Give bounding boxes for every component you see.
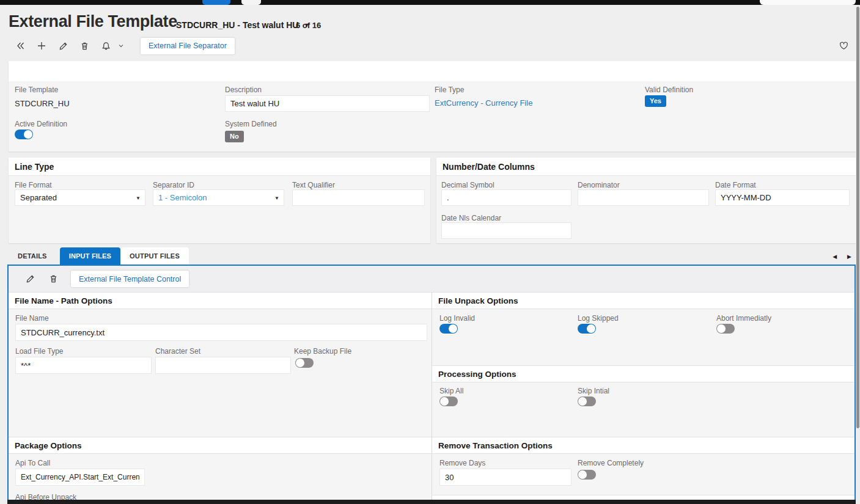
external-file-template-control-button[interactable]: External File Template Control (71, 271, 189, 287)
record-position: 6 of 16 (296, 21, 321, 30)
left-column: File Name - Path Options File Name Load … (9, 292, 432, 504)
tab-details[interactable]: DETAILS (9, 247, 56, 265)
input-files-panel: External File Template Control File Name… (7, 265, 856, 504)
system-defined-badge: No (225, 131, 244, 142)
description-label: Description (225, 86, 262, 94)
more-options-icon[interactable] (117, 39, 125, 53)
decimal-symbol-input[interactable] (441, 189, 571, 206)
file-name-path-options-title: File Name - Path Options (9, 292, 432, 309)
delete-icon[interactable] (78, 39, 91, 53)
denominator-input[interactable] (578, 189, 709, 206)
file-format-select[interactable]: Separated (15, 189, 145, 206)
system-defined-label: System Defined (225, 120, 277, 128)
bottom-edge-bar (7, 500, 856, 504)
valid-definition-badge: Yes (645, 95, 666, 107)
active-definition-toggle[interactable] (15, 130, 33, 139)
keep-backup-file-toggle[interactable] (295, 358, 314, 368)
abort-immediatly-label: Abort Immediatly (716, 314, 771, 323)
skip-all-toggle[interactable] (439, 396, 458, 406)
vertical-scrollbar[interactable] (856, 5, 860, 504)
character-set-input[interactable] (155, 357, 291, 374)
date-nls-calendar-input[interactable] (441, 222, 571, 239)
main-toolbar: External File Separator (13, 37, 235, 54)
skip-intial-toggle[interactable] (578, 396, 596, 406)
browser-toolbar-box (760, 0, 856, 5)
file-type-link[interactable]: ExtCurrency - Currency File (435, 98, 532, 108)
file-format-value: Separated (20, 193, 57, 202)
active-definition-label: Active Definition (15, 120, 67, 128)
api-to-call-input[interactable] (15, 469, 145, 486)
tab-scroll-left-icon[interactable]: ◀ (832, 252, 837, 261)
edit-row-icon[interactable] (23, 272, 37, 286)
external-file-separator-button[interactable]: External File Separator (141, 38, 235, 54)
panel-toolbar: External File Template Control (9, 266, 854, 292)
remove-completely-label: Remove Completely (578, 459, 644, 467)
date-format-input[interactable] (715, 189, 850, 206)
processing-options-title: Processing Options (432, 365, 854, 382)
favorite-heart-icon[interactable] (839, 41, 850, 52)
load-file-type-label: Load File Type (15, 347, 64, 356)
file-name-path-options-body: File Name Load File Type Character Set K… (9, 309, 432, 437)
right-column: File Unpack Options Log Invalid Log Skip… (432, 292, 854, 504)
edit-icon[interactable] (56, 39, 70, 53)
skip-intial-label: Skip Intial (578, 387, 609, 395)
tab-bar: DETAILS INPUT FILES OUTPUT FILES (9, 247, 189, 265)
date-nls-calendar-label: Date Nls Calendar (441, 214, 501, 222)
scrollbar-thumb[interactable] (856, 7, 859, 428)
tab-input-files[interactable]: INPUT FILES (60, 247, 120, 265)
navigate-back-icon[interactable] (13, 39, 27, 53)
separator-id-select[interactable]: 1 - Semicolon (153, 189, 284, 206)
remove-completely-toggle[interactable] (578, 470, 596, 480)
separator-id-label: Separator ID (153, 181, 194, 189)
text-qualifier-input[interactable] (292, 189, 425, 206)
log-invalid-label: Log Invalid (439, 314, 475, 323)
character-set-label: Character Set (155, 347, 200, 356)
skip-all-label: Skip All (439, 387, 463, 395)
file-type-label: File Type (435, 86, 464, 94)
number-date-title: Number/Date Columns (436, 158, 856, 176)
keep-backup-file-label: Keep Backup File (294, 347, 351, 356)
line-type-title: Line Type (9, 158, 430, 176)
remove-days-input[interactable] (439, 469, 571, 486)
number-date-card: Number/Date Columns Decimal Symbol Denom… (436, 158, 856, 243)
add-icon[interactable] (35, 39, 48, 53)
tab-output-files[interactable]: OUTPUT FILES (120, 247, 189, 265)
record-selector-label: STDCURR_HU - Test walut HU (176, 20, 298, 30)
log-invalid-toggle[interactable] (439, 324, 458, 334)
remove-transaction-options-body: Remove Days Remove Completely (432, 454, 854, 495)
card-header-strip (9, 61, 856, 81)
tab-scroll-right-icon[interactable]: ▶ (847, 252, 851, 261)
file-name-input[interactable] (15, 324, 427, 341)
panel-sections: File Name - Path Options File Name Load … (9, 292, 854, 504)
browser-top-bar (0, 0, 860, 5)
abort-immediatly-toggle[interactable] (716, 324, 735, 334)
overview-card: File Template STDCURR_HU Description Fil… (9, 61, 856, 152)
remove-days-label: Remove Days (439, 459, 485, 467)
file-template-label: File Template (15, 86, 58, 94)
line-type-card: Line Type File Format Separated Separato… (9, 158, 430, 243)
file-format-label: File Format (15, 181, 52, 189)
file-template-value: STDCURR_HU (15, 99, 70, 108)
separator-id-value: 1 - Semicolon (158, 193, 207, 202)
delete-row-icon[interactable] (46, 272, 60, 286)
load-file-type-input[interactable] (15, 357, 152, 374)
processing-options-body: Skip All Skip Intial (432, 382, 854, 437)
tab-scroll-arrows: ◀ ▶ (832, 252, 851, 261)
package-options-body: Api To Call Api Before Unpack (9, 454, 432, 504)
date-format-label: Date Format (715, 181, 756, 189)
browser-active-tab[interactable] (202, 0, 230, 5)
browser-tab[interactable] (241, 0, 261, 5)
log-skipped-toggle[interactable] (578, 324, 596, 334)
notifications-icon[interactable] (99, 39, 112, 53)
text-qualifier-label: Text Qualifier (292, 181, 335, 189)
record-selector[interactable]: STDCURR_HU - Test walut HU ▼ (176, 20, 309, 30)
valid-definition-label: Valid Definition (645, 86, 693, 94)
log-skipped-label: Log Skipped (578, 314, 619, 323)
decimal-symbol-label: Decimal Symbol (441, 181, 494, 189)
file-unpack-options-body: Log Invalid Log Skipped Abort Immediatly (432, 309, 854, 365)
description-input[interactable] (225, 95, 430, 112)
file-name-label: File Name (15, 314, 49, 323)
package-options-title: Package Options (9, 437, 432, 454)
denominator-label: Denominator (578, 181, 620, 189)
remove-transaction-options-title: Remove Transaction Options (432, 437, 854, 454)
